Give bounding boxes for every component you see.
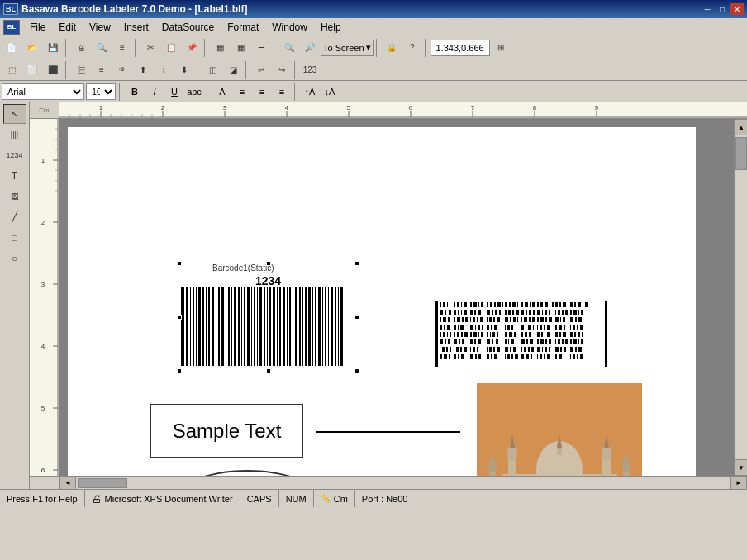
svg-rect-167	[475, 325, 476, 330]
open-button[interactable]: 📂	[22, 39, 42, 57]
close-button[interactable]: ✕	[730, 3, 744, 15]
align-left-button[interactable]: ⬱	[71, 61, 91, 79]
zoom-out-button[interactable]: 🔍	[279, 39, 299, 57]
barcode3-button[interactable]: ☰	[251, 39, 271, 57]
print-preview-button[interactable]: 🔍	[92, 39, 112, 57]
grid-button[interactable]: ⊞	[491, 39, 511, 57]
cut-button[interactable]: ✂	[140, 39, 160, 57]
bold-button[interactable]: B	[126, 83, 144, 100]
svg-rect-282	[549, 317, 552, 322]
vertical-scrollbar[interactable]: ▲ ▼	[734, 119, 747, 476]
scroll-up-btn[interactable]: ▲	[735, 119, 747, 135]
color-button[interactable]: A	[213, 83, 231, 100]
italic-button[interactable]: I	[145, 83, 164, 100]
text-tool[interactable]: T	[3, 166, 26, 186]
back-button[interactable]: ◪	[223, 61, 243, 79]
svg-rect-152	[454, 354, 456, 359]
align-bottom-button[interactable]: ⬇	[174, 61, 194, 79]
menu-format[interactable]: Format	[221, 18, 265, 36]
text-down-button[interactable]: ↓A	[321, 83, 339, 100]
scroll-right-btn[interactable]: ►	[730, 477, 747, 490]
svg-rect-147	[462, 339, 464, 344]
oval-element[interactable]	[167, 470, 328, 476]
pointer-tool[interactable]: ↖	[3, 104, 26, 124]
svg-rect-110	[444, 325, 445, 330]
svg-rect-208	[493, 347, 495, 352]
handle-bl[interactable]	[177, 368, 182, 373]
underline-button[interactable]: U	[165, 83, 183, 100]
handle-br[interactable]	[354, 368, 359, 373]
image-tool[interactable]: 🖼	[3, 187, 26, 206]
scroll-track[interactable]	[76, 477, 730, 490]
handle-bm[interactable]	[266, 368, 271, 373]
scroll-down-btn[interactable]: ▼	[735, 459, 747, 476]
undo-button[interactable]: ↩	[251, 61, 271, 79]
svg-rect-62	[228, 287, 230, 366]
menu-help[interactable]: Help	[314, 18, 348, 36]
number-tool[interactable]: 1234	[3, 145, 26, 165]
font-select[interactable]: Arial	[2, 83, 84, 100]
scroll-left-btn[interactable]: ◄	[59, 477, 76, 490]
barcode-button[interactable]: ▦	[210, 39, 230, 57]
zoom-dropdown[interactable]: To Screen ▾	[321, 40, 374, 56]
svg-rect-291	[537, 339, 539, 344]
menu-file[interactable]: File	[23, 18, 52, 36]
obj-select2[interactable]: ⬜	[22, 61, 42, 79]
svg-rect-287	[537, 332, 540, 337]
handle-tr[interactable]	[354, 261, 359, 266]
align-text-right-button[interactable]: ≡	[273, 83, 291, 100]
menu-edit[interactable]: Edit	[52, 18, 83, 36]
text-up-button[interactable]: ↑A	[301, 83, 319, 100]
strikethrough-button[interactable]: abc	[185, 83, 203, 100]
align-center-button[interactable]: ≡	[92, 61, 112, 79]
font-size-select[interactable]: 10	[86, 83, 116, 100]
counter-button[interactable]: 123	[300, 61, 320, 79]
align-text-center-button[interactable]: ≡	[253, 83, 271, 100]
canvas-viewport[interactable]: Barcode1(Static) 1234	[59, 119, 747, 476]
save-button[interactable]: 💾	[43, 39, 63, 57]
handle-tm[interactable]	[266, 261, 271, 266]
handle-tl[interactable]	[177, 261, 182, 266]
zoom-in-button[interactable]: 🔎	[300, 39, 320, 57]
horizontal-scrollbar[interactable]: ◄ ►	[59, 477, 747, 489]
menu-window[interactable]: Window	[265, 18, 314, 36]
front-button[interactable]: ◫	[202, 61, 222, 79]
print-button[interactable]: 🖨	[71, 39, 91, 57]
label-canvas[interactable]: Barcode1(Static) 1234	[68, 127, 696, 476]
redo-button[interactable]: ↪	[272, 61, 292, 79]
obj-select1[interactable]: ⬚	[2, 61, 21, 79]
toolbar-main: 📄 📂 💾 🖨 🔍 ≡ ✂ 📋 📌 ▦ ▦ ☰ 🔍 🔎 To Screen ▾ …	[0, 36, 747, 59]
barcode2-button[interactable]: ▦	[231, 39, 250, 57]
help-tool-button[interactable]: ?	[402, 39, 422, 57]
rect-tool[interactable]: □	[3, 228, 26, 248]
copy-button[interactable]: 📋	[161, 39, 181, 57]
align-text-left-button[interactable]: ≡	[233, 83, 251, 100]
image-element[interactable]	[477, 383, 642, 476]
maximize-button[interactable]: □	[716, 3, 729, 15]
circle-tool[interactable]: ○	[3, 249, 26, 268]
line-element[interactable]	[316, 416, 460, 433]
new-button[interactable]: 📄	[2, 39, 21, 57]
barcode-tool[interactable]: ||||	[3, 125, 26, 145]
scroll-thumb[interactable]	[735, 137, 747, 170]
barcode-1d-element[interactable]: Barcode1(Static) 1234	[179, 263, 357, 371]
menu-datasource[interactable]: DataSource	[155, 18, 221, 36]
align-right-button[interactable]: ⬲	[112, 61, 132, 79]
menu-view[interactable]: View	[83, 18, 117, 36]
minimize-button[interactable]: ─	[701, 3, 714, 15]
line-tool[interactable]: ╱	[3, 207, 26, 227]
print-settings-button[interactable]: ≡	[112, 39, 132, 57]
align-middle-button[interactable]: ↕	[154, 61, 174, 79]
handle-mr[interactable]	[354, 315, 359, 320]
sample-text-element[interactable]: Sample Text	[150, 404, 303, 458]
svg-rect-354	[575, 347, 577, 352]
align-top-button[interactable]: ⬆	[133, 61, 153, 79]
menu-insert[interactable]: Insert	[117, 18, 155, 36]
h-scroll-thumb[interactable]	[78, 478, 127, 488]
obj-select3[interactable]: ⬛	[43, 61, 63, 79]
paste-button[interactable]: 📌	[182, 39, 202, 57]
svg-rect-112	[440, 332, 441, 337]
lock-button[interactable]: 🔒	[382, 39, 402, 57]
handle-ml[interactable]	[177, 315, 182, 320]
barcode-2d-element[interactable]	[435, 301, 609, 367]
